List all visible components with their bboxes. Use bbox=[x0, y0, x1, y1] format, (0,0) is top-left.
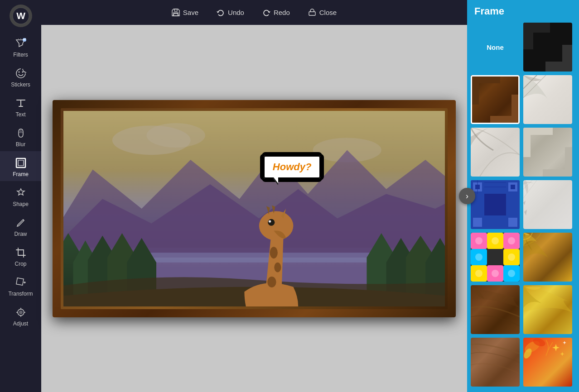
sidebar-item-filters[interactable]: Filters bbox=[0, 32, 41, 62]
frame-option-lego[interactable] bbox=[471, 233, 520, 282]
undo-label: Undo bbox=[228, 9, 244, 16]
sidebar-item-draw[interactable]: Draw bbox=[0, 211, 41, 241]
svg-text:W: W bbox=[16, 10, 25, 21]
panel-collapse-button[interactable]: › bbox=[459, 188, 475, 204]
save-icon bbox=[172, 9, 180, 17]
sidebar-label-text: Text bbox=[15, 111, 25, 118]
frames-row-1: None bbox=[467, 23, 579, 75]
frame-option-white-ornate1[interactable] bbox=[523, 75, 572, 124]
main-canvas-area: Save Undo Redo Close bbox=[41, 0, 467, 392]
frame-option-none[interactable]: None bbox=[471, 23, 520, 72]
panel-title: Frame bbox=[467, 0, 579, 23]
redo-button[interactable]: Redo bbox=[262, 9, 290, 17]
svg-rect-11 bbox=[174, 13, 178, 16]
speech-bubble-text: Howdy? bbox=[273, 161, 312, 172]
save-button[interactable]: Save bbox=[172, 9, 198, 17]
frame-icon bbox=[14, 157, 27, 169]
draw-icon bbox=[14, 216, 27, 229]
sidebar-label-filters: Filters bbox=[13, 52, 28, 58]
redo-icon bbox=[262, 9, 270, 17]
redo-label: Redo bbox=[274, 9, 290, 16]
filters-icon bbox=[14, 37, 27, 50]
adjust-icon bbox=[14, 306, 27, 319]
svg-rect-6 bbox=[18, 160, 24, 166]
shape-icon bbox=[14, 186, 27, 199]
sidebar-label-shape: Shape bbox=[13, 201, 29, 207]
sidebar-label-blur: Blur bbox=[16, 141, 25, 148]
sidebar-item-crop[interactable]: Crop bbox=[0, 241, 41, 271]
frames-row-7 bbox=[467, 338, 579, 390]
sidebar-item-stickers[interactable]: Stickers bbox=[0, 62, 41, 91]
sidebar-label-crop: Crop bbox=[14, 261, 26, 267]
frame-option-silver[interactable] bbox=[523, 128, 572, 177]
undo-button[interactable]: Undo bbox=[217, 9, 244, 17]
sidebar-label-transform: Transform bbox=[8, 291, 33, 297]
sidebar-label-frame: Frame bbox=[13, 171, 29, 177]
scene-svg bbox=[63, 111, 445, 306]
frame-option-gold-ornate[interactable] bbox=[523, 233, 572, 282]
crop-icon bbox=[14, 246, 27, 259]
frame-option-wood-dark[interactable] bbox=[471, 75, 520, 124]
svg-point-9 bbox=[19, 311, 23, 314]
speech-bubble: Howdy? bbox=[262, 154, 323, 180]
svg-point-53 bbox=[475, 237, 482, 244]
frames-row-6 bbox=[467, 285, 579, 338]
svg-point-59 bbox=[508, 270, 515, 277]
stickers-icon bbox=[14, 67, 27, 80]
close-label: Close bbox=[319, 9, 337, 16]
top-toolbar: Save Undo Redo Close bbox=[41, 0, 467, 25]
svg-point-3 bbox=[18, 72, 19, 73]
image-content: Howdy? bbox=[63, 111, 445, 306]
sidebar-item-frame[interactable]: Frame bbox=[0, 151, 41, 181]
frame-option-black[interactable] bbox=[523, 23, 572, 72]
svg-rect-10 bbox=[174, 9, 177, 11]
frame-option-white-ornate2[interactable] bbox=[471, 128, 520, 177]
svg-rect-28 bbox=[63, 111, 445, 306]
frame-option-gold-leaf[interactable] bbox=[523, 285, 572, 334]
svg-point-58 bbox=[508, 253, 515, 261]
save-label: Save bbox=[183, 9, 198, 16]
frames-row-2 bbox=[467, 75, 579, 128]
svg-point-56 bbox=[475, 253, 482, 261]
text-icon bbox=[14, 97, 27, 110]
frame-inner: Howdy? bbox=[61, 108, 448, 309]
svg-rect-36 bbox=[511, 185, 515, 189]
frame-border: Howdy? bbox=[53, 100, 456, 317]
sidebar-item-shape[interactable]: Shape bbox=[0, 181, 41, 211]
svg-rect-5 bbox=[16, 158, 25, 167]
framed-image: Howdy? bbox=[53, 100, 456, 317]
sidebar-item-text[interactable]: Text bbox=[0, 91, 41, 121]
sidebar-item-adjust[interactable]: Adjust bbox=[0, 301, 41, 330]
svg-point-54 bbox=[492, 237, 499, 244]
svg-point-60 bbox=[492, 270, 499, 277]
frame-none-label: None bbox=[487, 43, 504, 51]
undo-icon bbox=[217, 9, 225, 17]
frame-option-distressed[interactable] bbox=[523, 180, 572, 229]
blur-icon bbox=[14, 127, 27, 139]
frame-option-wood-light[interactable] bbox=[471, 338, 520, 387]
panel-arrow-icon: › bbox=[466, 191, 468, 201]
sidebar-item-transform[interactable]: Transform bbox=[0, 271, 41, 301]
close-button[interactable]: Close bbox=[308, 9, 337, 17]
transform-icon bbox=[14, 276, 27, 289]
svg-point-4 bbox=[22, 72, 23, 73]
close-icon bbox=[308, 9, 316, 17]
svg-rect-61 bbox=[487, 249, 503, 265]
svg-rect-12 bbox=[309, 12, 315, 15]
frame-option-wood-medium[interactable] bbox=[471, 285, 520, 334]
svg-point-55 bbox=[508, 237, 515, 244]
svg-rect-7 bbox=[16, 278, 23, 285]
svg-rect-37 bbox=[473, 218, 482, 227]
sidebar-label-stickers: Stickers bbox=[11, 81, 30, 88]
svg-rect-38 bbox=[508, 218, 517, 227]
sidebar-label-adjust: Adjust bbox=[13, 320, 28, 327]
frames-row-4 bbox=[467, 180, 579, 233]
sidebar-label-draw: Draw bbox=[14, 231, 27, 237]
image-canvas[interactable]: Howdy? bbox=[41, 25, 467, 392]
frame-option-autumn[interactable] bbox=[523, 338, 572, 387]
frames-row-3 bbox=[467, 128, 579, 180]
sidebar-item-blur[interactable]: Blur bbox=[0, 121, 41, 151]
svg-point-57 bbox=[475, 270, 482, 277]
frame-option-pixel[interactable] bbox=[471, 180, 520, 229]
sidebar: W Filters Stickers Text bbox=[0, 0, 41, 392]
